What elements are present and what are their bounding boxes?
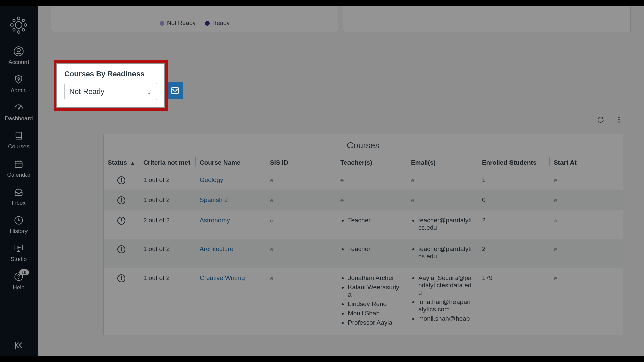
collapse-nav-button[interactable] <box>12 339 25 352</box>
criteria-cell: 1 out of 2 <box>139 239 196 268</box>
teachers-cell: Jonathan ArcherKalani WeerasuriyaLindsey… <box>336 268 407 335</box>
svg-point-7 <box>13 29 15 31</box>
shield-key-icon <box>13 74 24 85</box>
nav-courses[interactable]: Courses <box>0 127 38 155</box>
criteria-bar-card: 02040608080100120 Number of Courses Meet… <box>343 6 631 32</box>
main-content: Not Ready Ready 02040608080100120 Number… <box>38 6 644 356</box>
nav-calendar[interactable]: Calendar <box>0 155 38 183</box>
global-nav-sidebar: Account Admin Dashboard Courses Calendar… <box>0 6 38 356</box>
kebab-menu-button[interactable] <box>614 115 623 124</box>
emails-cell: Aayla_Secura@pandalytictestdata.edujonat… <box>407 268 478 335</box>
sis-cell: ⌀ <box>266 239 336 268</box>
criteria-cell: 1 out of 2 <box>139 170 196 190</box>
enrolled-cell: 1 <box>478 170 550 190</box>
criteria-cell: 1 out of 2 <box>139 190 196 210</box>
nav-history[interactable]: History <box>0 211 38 239</box>
chevron-up-icon: ▲ <box>130 160 135 166</box>
status-cell: ! <box>104 210 139 239</box>
course-link[interactable]: Astronomy <box>200 217 230 224</box>
course-link[interactable]: Spanish 2 <box>200 196 228 203</box>
svg-rect-21 <box>172 88 179 93</box>
col-criteria[interactable]: Criteria not met <box>139 156 196 170</box>
svg-point-18 <box>618 117 620 118</box>
status-cell: ! <box>104 170 139 190</box>
nav-account[interactable]: Account <box>0 42 38 70</box>
enrolled-cell: 2 <box>478 210 550 239</box>
table-header-row: Status▲ Criteria not met Course Name SIS… <box>104 156 623 170</box>
course-cell: Creative Writing <box>196 268 266 335</box>
teachers-cell: Teacher <box>336 210 407 239</box>
table-title: Courses <box>104 134 623 156</box>
svg-rect-13 <box>15 161 22 168</box>
readiness-pie-card: Not Ready Ready <box>51 6 338 32</box>
sis-cell: ⌀ <box>266 170 336 190</box>
start-cell: ⌀ <box>550 170 623 190</box>
course-link[interactable]: Architecture <box>200 245 233 252</box>
gauge-icon <box>13 102 24 113</box>
pie-legend: Not Ready Ready <box>59 20 331 27</box>
svg-point-6 <box>22 19 25 22</box>
course-cell: Spanish 2 <box>196 190 266 210</box>
readiness-dropdown[interactable]: Not Ready ⌄ <box>64 83 157 100</box>
nav-inbox[interactable]: Inbox <box>0 183 38 211</box>
canvas-logo[interactable] <box>9 15 29 35</box>
courses-table-panel: Courses Status▲ Criteria not met Course … <box>103 134 623 335</box>
nav-calendar-label: Calendar <box>7 172 31 178</box>
book-icon <box>13 130 24 141</box>
courses-table: Status▲ Criteria not met Course Name SIS… <box>104 156 623 335</box>
readiness-filter-highlight: Courses By Readiness Not Ready ⌄ <box>54 60 168 111</box>
svg-point-3 <box>11 24 13 26</box>
table-row: !1 out of 2Architecture⌀Teacherteacher@p… <box>104 239 623 268</box>
nav-history-label: History <box>10 228 28 235</box>
svg-point-8 <box>22 29 25 31</box>
course-link[interactable]: Geology <box>200 176 223 183</box>
monitor-play-icon <box>13 243 24 254</box>
enrolled-cell: 179 <box>478 268 550 335</box>
col-sis[interactable]: SIS ID <box>266 156 336 170</box>
col-teachers[interactable]: Teacher(s) <box>336 156 407 170</box>
svg-point-12 <box>18 108 19 109</box>
nav-inbox-label: Inbox <box>12 200 26 206</box>
course-cell: Geology <box>196 170 266 190</box>
user-circle-icon <box>13 46 24 57</box>
clock-icon <box>13 215 24 226</box>
course-cell: Astronomy <box>196 210 266 239</box>
teachers-cell: ⌀ <box>336 170 407 190</box>
criteria-cell: 2 out of 2 <box>139 210 196 239</box>
table-action-bar <box>596 115 623 124</box>
readiness-selected: Not Ready <box>69 87 104 96</box>
course-link[interactable]: Creative Writing <box>200 274 245 281</box>
nav-dashboard[interactable]: Dashboard <box>0 99 38 127</box>
col-start[interactable]: Start At <box>550 156 623 170</box>
svg-point-11 <box>18 78 19 79</box>
alert-circle-icon: ! <box>117 217 125 225</box>
start-cell: ⌀ <box>550 190 623 210</box>
sis-cell: ⌀ <box>266 210 336 239</box>
nav-dashboard-label: Dashboard <box>5 115 33 122</box>
table-row: !2 out of 2Astronomy⌀Teacherteacher@pand… <box>104 210 623 239</box>
course-cell: Architecture <box>196 239 266 268</box>
sis-cell: ⌀ <box>266 268 336 335</box>
alert-circle-icon: ! <box>117 176 125 184</box>
nav-studio[interactable]: Studio <box>0 239 38 267</box>
nav-help[interactable]: 10 Help <box>0 267 38 296</box>
col-enrolled[interactable]: Enrolled Students <box>478 156 550 170</box>
sis-cell: ⌀ <box>266 190 336 210</box>
nav-account-label: Account <box>8 59 29 66</box>
svg-point-5 <box>13 19 15 22</box>
nav-admin[interactable]: Admin <box>0 70 38 99</box>
nav-admin-label: Admin <box>11 87 27 94</box>
email-teachers-button[interactable] <box>167 82 183 99</box>
help-badge: 10 <box>19 269 29 275</box>
refresh-button[interactable] <box>596 115 605 124</box>
col-course[interactable]: Course Name <box>196 156 266 170</box>
col-emails[interactable]: Email(s) <box>407 156 478 170</box>
col-status[interactable]: Status▲ <box>104 156 139 170</box>
nav-help-label: Help <box>13 284 25 291</box>
table-row: !1 out of 2Geology⌀⌀⌀1⌀ <box>104 170 623 190</box>
alert-circle-icon: ! <box>117 245 125 253</box>
nav-studio-label: Studio <box>11 256 27 263</box>
svg-point-20 <box>618 121 620 123</box>
alert-circle-icon: ! <box>117 196 125 204</box>
svg-point-17 <box>18 278 19 279</box>
